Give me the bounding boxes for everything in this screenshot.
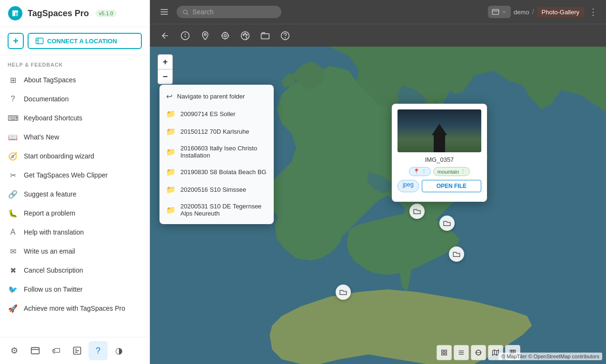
recent-button[interactable] (68, 341, 87, 360)
version-badge: v5.1.0 (96, 10, 117, 17)
folder-5-icon: 📁 (166, 185, 176, 194)
storage-icon (492, 8, 499, 16)
target-button[interactable] (217, 27, 234, 44)
svg-point-22 (245, 33, 246, 34)
jpeg-tag: jpeg (397, 180, 419, 192)
location-tag[interactable]: 📍 ⋮ (409, 167, 431, 176)
settings-button[interactable]: ⚙ (5, 341, 24, 360)
grid-view-button[interactable] (437, 345, 452, 360)
map-marker-1[interactable] (409, 204, 425, 219)
svg-point-13 (204, 33, 206, 35)
sidebar-item-docs[interactable]: ? Documentation (0, 89, 149, 108)
twitter-icon: 🐦 (8, 284, 18, 295)
map-container[interactable]: + − ↩ Navigate to parent folder 📁 200907… (150, 47, 606, 364)
folder-2-icon: 📁 (166, 127, 176, 136)
help2-button[interactable] (277, 27, 294, 44)
connect-btn-row: + CONNECT A LOCATION (0, 27, 149, 55)
book-icon: 📖 (8, 132, 18, 142)
locations-button[interactable] (26, 341, 45, 360)
sidebar-item-problem[interactable]: 🐛 Report a problem (0, 204, 149, 223)
folder-button[interactable] (257, 27, 274, 44)
main-area: demo / Photo-Gallery ⋮ (150, 0, 606, 364)
menu-toggle-button[interactable] (157, 5, 172, 19)
map-marker-2[interactable] (439, 216, 455, 231)
theme-button[interactable]: ◑ (109, 341, 129, 360)
breadcrumb-current: Photo-Gallery (537, 7, 584, 17)
palette-icon (240, 31, 250, 40)
sidebar-item-about-label: About TagSpaces (24, 76, 76, 84)
folder-panel: ↩ Navigate to parent folder 📁 20090714 E… (159, 85, 274, 224)
sidebar-item-email[interactable]: ✉ Write us an email (0, 242, 149, 261)
folder-marker-svg (413, 207, 421, 216)
sidebar-item-whats-new[interactable]: 📖 What's New (0, 128, 149, 147)
globe-view-button[interactable] (471, 345, 486, 360)
pin-icon (200, 31, 210, 40)
map-marker-4[interactable] (336, 285, 351, 300)
help-button[interactable]: ? (89, 341, 108, 360)
palette-button[interactable] (237, 27, 254, 44)
storage-button[interactable] (488, 6, 511, 18)
zoom-out-button[interactable]: − (158, 69, 172, 84)
sidebar-item-about[interactable]: ⊞ About TagSpaces (0, 70, 149, 89)
search-input[interactable] (192, 8, 276, 16)
crop-icon: ✂ (8, 170, 18, 180)
folder-item-2[interactable]: 📁 20150112 70D Karlsruhe (159, 123, 274, 140)
folder-6-label: 20200531 S10 DE Tegernsee Alps Neureuth (180, 203, 267, 217)
grid-view-icon (441, 349, 447, 356)
svg-rect-1 (36, 38, 43, 44)
hamburger-icon (159, 7, 169, 17)
popup-file-tags: jpeg OPEN FILE (397, 180, 481, 192)
back-button[interactable] (157, 27, 174, 44)
svg-marker-35 (493, 350, 499, 355)
list-view-icon (458, 349, 465, 356)
breadcrumb-root: demo (514, 9, 529, 16)
folder-item-5[interactable]: 📁 20200516 S10 Simssee (159, 181, 274, 198)
search-box[interactable] (177, 6, 281, 18)
connect-location-button[interactable]: CONNECT A LOCATION (28, 33, 142, 49)
svg-rect-27 (442, 350, 444, 352)
sidebar: TagSpaces Pro v5.1.0 + CONNECT A LOCATIO… (0, 0, 150, 364)
folder-3-label: 20160603 Itally Iseo Christo Installatio… (180, 145, 267, 159)
sidebar-item-cancel[interactable]: ✖ Cancel Subscription (0, 261, 149, 280)
info-button[interactable] (177, 27, 194, 44)
zoom-in-button[interactable]: + (158, 55, 172, 69)
add-button[interactable]: + (8, 33, 24, 49)
folder-icon (260, 31, 270, 40)
sidebar-item-translation[interactable]: A Help with translation (0, 223, 149, 242)
mountain-tag-more: ⋮ (460, 168, 466, 175)
map-marker-3[interactable] (449, 246, 464, 262)
sidebar-item-onboarding[interactable]: 🧭 Start onboarding wizard (0, 147, 149, 166)
sidebar-item-twitter[interactable]: 🐦 Follow us on Twitter (0, 280, 149, 299)
folder-item-3[interactable]: 📁 20160603 Itally Iseo Christo Installat… (159, 140, 274, 163)
sidebar-item-problem-label: Report a problem (24, 209, 75, 217)
sidebar-item-web-clipper[interactable]: ✂ Get TagSpaces Web Clipper (0, 166, 149, 185)
open-file-button[interactable]: OPEN FILE (422, 180, 481, 192)
tags-button[interactable]: 🏷 (47, 341, 66, 360)
mountain-tag[interactable]: mountain ⋮ (433, 167, 470, 176)
more-button[interactable]: ⋮ (587, 5, 599, 19)
sidebar-item-shortcuts[interactable]: ⌨ Keyboard Shortcuts (0, 108, 149, 128)
sidebar-item-translation-label: Help with translation (24, 228, 84, 236)
folder-item-1[interactable]: 📁 20090714 ES Soller (159, 105, 274, 123)
popup-filename: IMG_0357 (397, 156, 481, 163)
pin-button[interactable] (197, 27, 214, 44)
target-icon (220, 31, 230, 40)
list-view-button[interactable] (454, 345, 469, 360)
question-icon: ? (8, 94, 18, 104)
connect-icon (35, 37, 44, 45)
svg-rect-30 (445, 353, 447, 355)
svg-rect-9 (492, 10, 498, 15)
sidebar-item-achieve[interactable]: 🚀 Achieve more with TagSpaces Pro (0, 299, 149, 318)
marker-folder-icon-4 (336, 285, 351, 300)
folder-marker-svg-3 (452, 250, 461, 258)
folder-navigate-parent[interactable]: ↩ Navigate to parent folder (159, 88, 274, 105)
cancel-icon: ✖ (8, 265, 18, 275)
folder-item-6[interactable]: 📁 20200531 S10 DE Tegernsee Alps Neureut… (159, 198, 274, 221)
marker-folder-icon-3 (449, 246, 464, 262)
folder-item-4[interactable]: 📁 20190830 S8 Bolata Beach BG (159, 163, 274, 181)
sidebar-item-email-label: Write us an email (24, 247, 75, 255)
help-icon (280, 31, 290, 40)
sidebar-item-web-clipper-label: Get TagSpaces Web Clipper (24, 171, 108, 179)
translate-icon: A (8, 227, 18, 237)
sidebar-item-feature[interactable]: 🔗 Suggest a feature (0, 185, 149, 204)
